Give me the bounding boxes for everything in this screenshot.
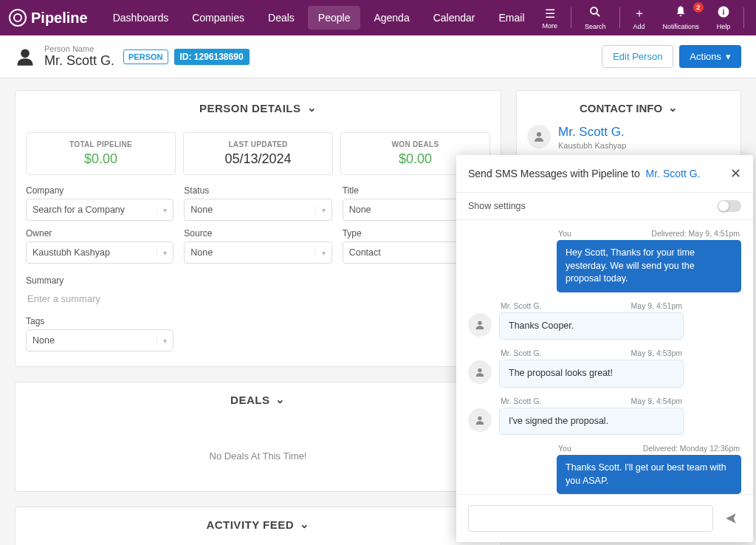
person-details-heading[interactable]: PERSON DETAILS ⌄: [16, 91, 501, 125]
sms-message-out: Thanks Scott. I'll get our best team wit…: [557, 455, 741, 494]
sms-title: Send SMS Messages with Pipeline to Mr. S…: [468, 168, 700, 179]
contact-avatar: [527, 125, 551, 148]
brand-icon: [9, 9, 27, 27]
source-label: Source: [184, 228, 331, 239]
svg-text:i: i: [722, 7, 724, 16]
contact-owner: Kaustubh Kashyap: [558, 141, 626, 150]
contact-info-heading[interactable]: CONTACT INFO ⌄: [517, 91, 740, 125]
sender-avatar-icon: [468, 408, 492, 432]
svg-point-9: [478, 416, 481, 419]
nav-notifications[interactable]: 2 Notifications: [656, 2, 707, 33]
deals-panel: DEALS ⌄ No Deals At This Time!: [15, 382, 501, 492]
nav-email[interactable]: Email: [489, 6, 535, 30]
status-label: Status: [184, 185, 331, 196]
nav-add[interactable]: ＋ Add: [626, 3, 653, 33]
nav-tabs: Dashboards Companies Deals People Agenda…: [103, 6, 535, 30]
brand[interactable]: Pipeline: [9, 9, 88, 27]
sms-settings-label: Show settings: [468, 201, 526, 211]
sms-message-in: Thanks Cooper.: [499, 312, 684, 340]
svg-point-0: [591, 7, 597, 14]
activity-heading[interactable]: ACTIVITY FEED ⌄: [16, 507, 501, 541]
chevron-down-icon: ⌄: [300, 518, 310, 531]
chevron-down-icon: ▾: [315, 249, 326, 257]
svg-point-7: [478, 321, 481, 324]
source-select[interactable]: None▾: [184, 241, 331, 264]
chevron-down-icon: ⌄: [307, 101, 317, 114]
svg-point-5: [21, 49, 30, 58]
close-icon[interactable]: ✕: [730, 165, 741, 182]
nav-utilities: ☰ More Search ＋ Add 2 Notifications i He: [535, 2, 756, 33]
bell-icon: [674, 5, 687, 21]
nav-calendar[interactable]: Calendar: [423, 6, 486, 30]
owner-label: Owner: [26, 228, 173, 239]
person-avatar-icon: [15, 47, 35, 67]
plus-icon: ＋: [633, 6, 645, 21]
menu-icon: ☰: [545, 7, 555, 21]
nav-dashboards[interactable]: Dashboards: [103, 6, 179, 30]
svg-point-8: [478, 369, 481, 372]
company-label: Company: [26, 185, 173, 196]
status-select[interactable]: None▾: [184, 199, 331, 221]
chevron-down-icon: ▾: [726, 51, 731, 62]
svg-line-1: [597, 13, 599, 16]
contact-info-panel: CONTACT INFO ⌄ Mr. Scott G. Kaustubh Kas…: [516, 90, 741, 161]
nav-profile[interactable]: Profile: [750, 2, 756, 33]
send-icon: [724, 512, 738, 525]
company-select[interactable]: Search for a Company▾: [26, 199, 173, 221]
id-chip: ID: 1296138690: [174, 49, 250, 65]
nav-agenda[interactable]: Agenda: [363, 6, 419, 30]
summary-input[interactable]: Enter a summary: [26, 289, 490, 309]
deals-heading[interactable]: DEALS ⌄: [16, 383, 501, 417]
search-icon: [588, 5, 602, 21]
sms-thread: YouDelivered: May 9, 4:51pm Hey Scott, T…: [456, 220, 753, 494]
sms-panel: Send SMS Messages with Pipeline to Mr. S…: [456, 155, 753, 542]
nav-search[interactable]: Search: [577, 2, 614, 33]
type-chip: PERSON: [123, 49, 168, 64]
tags-select[interactable]: None▾: [26, 329, 173, 352]
owner-select[interactable]: Kaustubh Kashyap▾: [26, 241, 173, 264]
deals-empty-message: No Deals At This Time!: [26, 450, 490, 462]
activity-panel: ACTIVITY FEED ⌄ Any time ▾: [15, 507, 501, 545]
stat-total-pipeline: TOTAL PIPELINE $0.00: [26, 132, 176, 175]
nav-more[interactable]: ☰ More: [535, 4, 566, 32]
chevron-down-icon: ▾: [157, 249, 167, 257]
summary-label: Summary: [26, 275, 490, 286]
actions-button[interactable]: Actions ▾: [679, 45, 741, 68]
notification-badge: 2: [693, 2, 704, 13]
nav-companies[interactable]: Companies: [182, 6, 255, 30]
chevron-down-icon: ▾: [315, 206, 326, 214]
person-details-panel: PERSON DETAILS ⌄ TOTAL PIPELINE $0.00 LA…: [15, 90, 501, 367]
stat-last-updated: LAST UPDATED 05/13/2024: [183, 132, 333, 175]
sms-send-button[interactable]: [721, 508, 741, 529]
nav-people[interactable]: People: [308, 6, 361, 30]
chevron-down-icon: ⌄: [275, 393, 286, 406]
sms-compose-input[interactable]: [468, 505, 713, 532]
chevron-down-icon: ▾: [157, 337, 167, 345]
nav-deals[interactable]: Deals: [258, 6, 305, 30]
sender-avatar-icon: [468, 360, 492, 384]
sms-message-in: The proposal looks great!: [499, 360, 684, 388]
tags-label: Tags: [26, 316, 173, 326]
sms-recipient-link[interactable]: Mr. Scott G.: [646, 168, 701, 179]
chevron-down-icon: ⌄: [668, 101, 678, 114]
person-eyebrow: Person Name: [44, 44, 114, 53]
sms-message-out: Hey Scott, Thanks for your time yesterda…: [557, 240, 741, 292]
chevron-down-icon: ▾: [157, 206, 167, 214]
sender-avatar-icon: [468, 313, 492, 337]
brand-text: Pipeline: [31, 10, 88, 27]
top-nav: Pipeline Dashboards Companies Deals Peop…: [0, 0, 756, 35]
person-header: Person Name Mr. Scott G. PERSON ID: 1296…: [0, 35, 756, 78]
nav-help[interactable]: i Help: [709, 2, 738, 33]
info-icon: i: [717, 5, 730, 21]
svg-point-6: [537, 132, 541, 137]
person-name: Mr. Scott G.: [44, 53, 114, 69]
contact-name-link[interactable]: Mr. Scott G.: [558, 125, 626, 140]
edit-person-button[interactable]: Edit Person: [602, 45, 673, 68]
sms-message-in: I've signed the proposal.: [499, 408, 684, 436]
sms-settings-toggle[interactable]: [718, 200, 741, 212]
